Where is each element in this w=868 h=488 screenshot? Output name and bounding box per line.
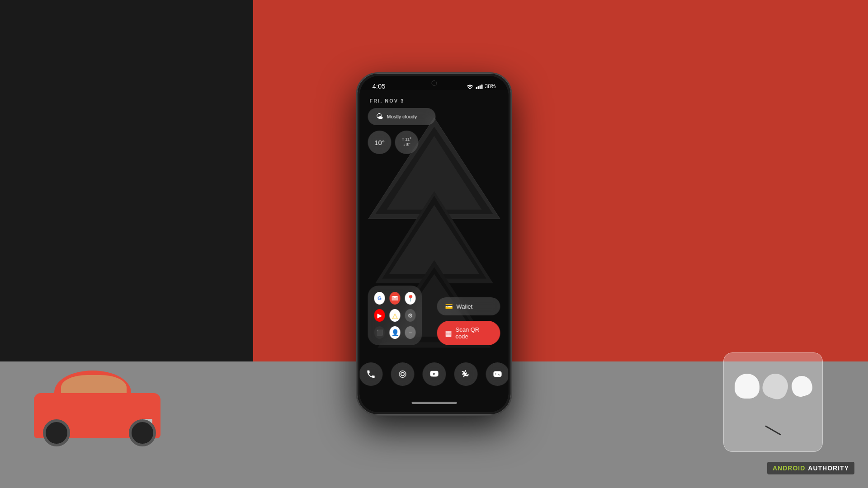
earbud-wire	[765, 425, 781, 436]
dock-youtube-icon[interactable]	[422, 362, 446, 386]
battery-percent: 38%	[485, 83, 495, 89]
scan-qr-label: Scan QR code	[456, 326, 492, 340]
app-row-1: G 📍	[374, 292, 416, 305]
watermark-authority-text: AUTHORITY	[808, 465, 849, 472]
weather-condition-widget[interactable]: 🌤 Mostly cloudy	[368, 108, 436, 125]
weather-condition-icon: 🌤	[376, 113, 383, 121]
screen-app-icon[interactable]: ⬛	[374, 326, 385, 339]
earbud-1	[735, 374, 760, 399]
youtube-app-icon[interactable]: ▶	[374, 309, 385, 322]
watermark: ANDROID AUTHORITY	[767, 462, 854, 474]
toy-car	[25, 361, 170, 452]
dock-fan-icon[interactable]	[454, 362, 477, 386]
date-label: FRI, NOV 3	[370, 98, 405, 103]
app-row-3: ⬛ 👤 ···	[374, 326, 416, 339]
google-app-icon[interactable]: G	[374, 292, 385, 305]
action-buttons: 💳 Wallet ▦ Scan QR code	[437, 297, 500, 345]
wallpaper: FRI, NOV 3 🌤 Mostly cloudy 10°	[360, 90, 509, 412]
qr-icon: ▦	[445, 329, 452, 338]
more-apps-icon[interactable]: ···	[405, 326, 416, 339]
wifi-icon	[466, 84, 473, 89]
car-wheel-right	[129, 419, 156, 446]
svg-point-12	[399, 371, 406, 378]
contacts-app-icon[interactable]: 👤	[390, 326, 401, 339]
weather-hilo-widget[interactable]: ↑ 11° ↓ 8°	[395, 131, 419, 154]
app-grid-widget: G 📍 ▶ △ ⚙	[368, 286, 422, 345]
watermark-android-text: ANDROID	[773, 465, 805, 472]
phone-screen: 4:05 38%	[360, 76, 509, 412]
earbud-2	[760, 370, 791, 402]
weather-condition-text: Mostly cloudy	[387, 114, 417, 119]
camera-cutout	[431, 80, 437, 86]
weather-temp-widget[interactable]: 10°	[368, 131, 392, 154]
dock-chrome-icon[interactable]	[391, 362, 414, 386]
weather-temp-row: 10° ↑ 11° ↓ 8°	[368, 131, 436, 154]
files-app-icon[interactable]: △	[390, 309, 401, 322]
phone-device: 4:05 38%	[356, 72, 512, 416]
dock-phone-icon[interactable]	[360, 362, 383, 386]
weather-temp-value: 10°	[374, 139, 385, 146]
signal-icon	[476, 84, 482, 89]
status-time: 4:05	[373, 82, 386, 90]
bottom-dock	[360, 362, 509, 386]
maps-app-icon[interactable]: 📍	[405, 292, 416, 305]
weather-high: ↑ 11°	[402, 137, 411, 142]
earbud-3	[789, 373, 814, 398]
earbuds-container	[723, 352, 823, 452]
dock-games-icon[interactable]	[486, 362, 509, 386]
scan-qr-button[interactable]: ▦ Scan QR code	[437, 321, 500, 345]
wallet-button[interactable]: 💳 Wallet	[437, 297, 500, 315]
phone-frame: 4:05 38%	[356, 72, 512, 416]
svg-point-11	[401, 372, 404, 375]
weather-low: ↓ 8°	[403, 142, 410, 148]
status-icons: 38%	[466, 83, 495, 89]
gmail-app-icon[interactable]	[390, 292, 401, 305]
weather-area: 🌤 Mostly cloudy 10° ↑ 11° ↓ 8°	[368, 108, 436, 154]
wallet-icon: 💳	[445, 303, 453, 310]
app-row-2: ▶ △ ⚙	[374, 309, 416, 322]
home-indicator[interactable]	[411, 402, 457, 404]
triangle-background: FRI, NOV 3 🌤 Mostly cloudy 10°	[360, 90, 509, 412]
settings-app-icon[interactable]: ⚙	[405, 309, 416, 322]
car-wheel-left	[43, 419, 70, 446]
wallet-label: Wallet	[457, 303, 473, 310]
